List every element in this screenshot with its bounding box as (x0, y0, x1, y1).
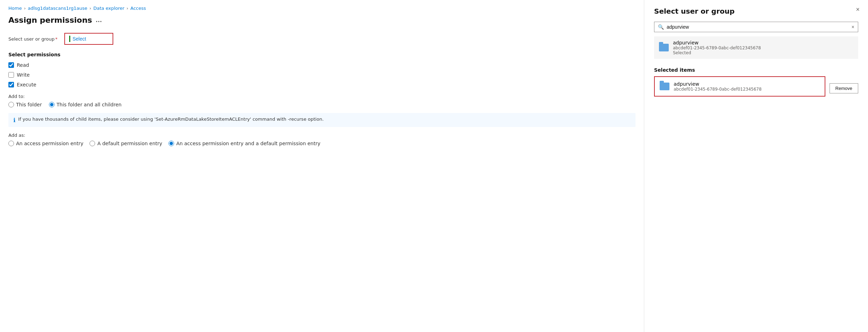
read-label[interactable]: Read (17, 62, 29, 68)
result-item[interactable]: adpurview abcdef01-2345-6789-0abc-def012… (654, 36, 858, 59)
selected-item-card: adpurview abcdef01-2345-6789-0abc-def012… (654, 76, 825, 97)
result-name: adpurview (673, 40, 853, 45)
info-icon: ℹ (13, 117, 15, 123)
user-group-field: Select user or group* Select (8, 33, 636, 45)
add-to-radio-group: This folder This folder and all children (8, 102, 636, 107)
permissions-label: Select permissions (8, 52, 636, 57)
selected-folder-icon (660, 83, 669, 90)
right-panel: Select user or group × 🔍 × adpurview abc… (644, 0, 868, 332)
page-title: Assign permissions ... (8, 16, 636, 24)
add-to-label: Add to: (8, 94, 636, 99)
default-entry-radio[interactable] (89, 141, 95, 146)
info-text: If you have thousands of child items, pl… (18, 116, 324, 122)
this-folder-all-label[interactable]: This folder and all children (57, 102, 122, 107)
radio-access-entry: An access permission entry (8, 141, 83, 146)
select-user-button[interactable]: Select (69, 36, 86, 42)
left-panel: Home › adlsg1datascans1rg1ause › Data ex… (0, 0, 644, 332)
access-entry-radio[interactable] (8, 141, 14, 146)
radio-this-folder: This folder (8, 102, 42, 107)
execute-label[interactable]: Execute (17, 82, 36, 87)
add-to-section: Add to: This folder This folder and all … (8, 94, 636, 107)
radio-both-entry: An access permission entry and a default… (168, 141, 320, 146)
add-as-label: Add as: (8, 133, 636, 138)
breadcrumb-home[interactable]: Home (8, 6, 22, 11)
panel-title: Select user or group (654, 7, 858, 15)
breadcrumb-access[interactable]: Access (130, 6, 146, 11)
this-folder-label[interactable]: This folder (16, 102, 42, 107)
page-options-button[interactable]: ... (95, 17, 102, 23)
access-entry-label[interactable]: An access permission entry (16, 141, 83, 146)
read-checkbox[interactable] (8, 62, 14, 68)
read-checkbox-row: Read (8, 62, 636, 68)
selected-id: abcdef01-2345-6789-0abc-def012345678 (674, 87, 820, 92)
search-results: adpurview abcdef01-2345-6789-0abc-def012… (654, 36, 858, 59)
add-as-radio-group: An access permission entry A default per… (8, 141, 636, 146)
select-bar-icon (69, 36, 70, 42)
info-box: ℹ If you have thousands of child items, … (8, 113, 636, 127)
search-icon: 🔍 (658, 24, 664, 30)
result-id: abcdef01-2345-6789-0abc-def012345678 (673, 45, 853, 50)
write-checkbox[interactable] (8, 72, 14, 78)
close-button[interactable]: × (856, 6, 860, 13)
folder-icon (659, 44, 669, 51)
selected-name: adpurview (674, 81, 820, 87)
search-box: 🔍 × (654, 22, 858, 32)
remove-button[interactable]: Remove (830, 83, 858, 93)
this-folder-radio[interactable] (8, 102, 14, 107)
selected-item-row: adpurview abcdef01-2345-6789-0abc-def012… (654, 76, 858, 100)
user-group-label: Select user or group* (8, 36, 57, 42)
breadcrumb-storage[interactable]: adlsg1datascans1rg1ause (28, 6, 87, 11)
result-status: Selected (673, 50, 853, 55)
write-checkbox-row: Write (8, 72, 636, 78)
result-info: adpurview abcdef01-2345-6789-0abc-def012… (673, 40, 853, 55)
select-button-wrapper: Select (64, 33, 113, 45)
both-entry-radio[interactable] (168, 141, 174, 146)
breadcrumb: Home › adlsg1datascans1rg1ause › Data ex… (8, 6, 636, 11)
radio-this-folder-all: This folder and all children (49, 102, 122, 107)
search-input[interactable] (667, 24, 849, 30)
execute-checkbox[interactable] (8, 82, 14, 87)
this-folder-all-radio[interactable] (49, 102, 55, 107)
breadcrumb-data-explorer[interactable]: Data explorer (93, 6, 124, 11)
add-as-section: Add as: An access permission entry A def… (8, 133, 636, 146)
search-clear-button[interactable]: × (852, 24, 854, 30)
radio-default-entry: A default permission entry (89, 141, 162, 146)
both-entry-label[interactable]: An access permission entry and a default… (176, 141, 320, 146)
execute-checkbox-row: Execute (8, 82, 636, 87)
default-entry-label[interactable]: A default permission entry (97, 141, 162, 146)
write-label[interactable]: Write (17, 72, 30, 78)
selected-info: adpurview abcdef01-2345-6789-0abc-def012… (674, 81, 820, 92)
selected-items-label: Selected items (654, 67, 858, 73)
